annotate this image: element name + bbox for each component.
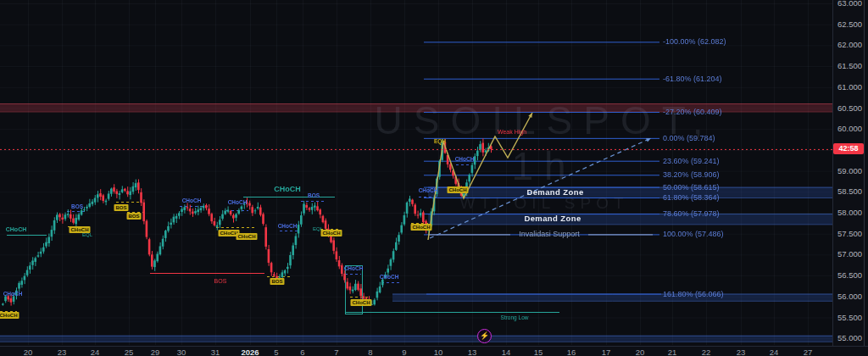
- bar-countdown-label: 42:58: [833, 143, 864, 154]
- structure-label-choch: CHoCH: [182, 198, 202, 204]
- fib-level-label[interactable]: 0.00% (59.784): [663, 134, 715, 142]
- time-tick: 2026: [241, 348, 259, 356]
- structure-label-choch: CHoCH: [380, 275, 399, 281]
- price-tick: 56.500: [837, 271, 862, 280]
- chart-window: USOILSPOT, 1h WTI OIL SPOT -100.00% (62.…: [0, 0, 868, 356]
- structure-label-choch: CHoCH: [351, 299, 372, 306]
- price-tick: 62.000: [837, 42, 862, 50]
- price-chart-canvas[interactable]: [0, 0, 868, 356]
- fib-level-label[interactable]: 78.60% (57.978): [663, 210, 720, 218]
- structure-label-choch: CHoCH: [236, 233, 258, 240]
- structure-label-bos: BOS: [71, 204, 83, 210]
- price-tick: 61.000: [837, 83, 862, 92]
- structure-label-choch: CHoCH: [344, 266, 364, 272]
- fib-level-label[interactable]: -27.20% (60.409): [663, 108, 722, 115]
- structure-label-choch: CHoCH: [278, 224, 298, 230]
- time-tick: 21: [668, 348, 677, 356]
- structure-label-bos: BOS: [214, 278, 227, 284]
- time-tick: 16: [567, 348, 576, 356]
- price-tick: 58.500: [837, 188, 862, 197]
- structure-label-choch: CHoCH: [411, 224, 432, 231]
- time-tick: 23: [737, 348, 746, 356]
- fib-level-label[interactable]: 61.80% (58.364): [663, 194, 720, 202]
- price-tick: 61.500: [837, 62, 862, 70]
- price-tick: 55.000: [837, 334, 862, 342]
- structure-label-strong-low: Strong Low: [501, 315, 529, 321]
- fib-level-label[interactable]: 23.60% (59.241): [663, 157, 720, 164]
- time-tick: 24: [770, 348, 779, 356]
- structure-label-bos: BOS: [270, 278, 284, 285]
- price-axis[interactable]: 63.00062.50062.00061.50061.00060.50060.0…: [832, 0, 868, 346]
- structure-label-choch: CHoCH: [6, 226, 27, 232]
- price-tick: 57.000: [837, 251, 862, 259]
- time-tick: 23: [58, 348, 67, 356]
- price-tick: 60.500: [837, 104, 862, 113]
- structure-label-eqh: EQH: [434, 139, 446, 145]
- price-axis-edge: [864, 0, 865, 346]
- time-tick: 22: [702, 348, 711, 356]
- time-tick: 10: [434, 348, 443, 356]
- structure-label-choch: CHoCH: [455, 157, 475, 163]
- time-tick: 17: [602, 348, 611, 356]
- time-tick: 15: [534, 348, 543, 356]
- structure-label-bos: BOS: [114, 204, 128, 211]
- time-tick: 30: [177, 348, 186, 356]
- price-tick: 60.000: [837, 125, 862, 133]
- time-tick: 20: [24, 348, 33, 356]
- time-tick: 25: [125, 348, 134, 356]
- structure-label-bos: BOS: [308, 193, 320, 199]
- structure-label-choch: CHoCH: [228, 200, 248, 206]
- structure-label-weak-high: Weak High: [498, 129, 526, 135]
- fib-level-label[interactable]: -100.00% (62.082): [663, 38, 726, 46]
- time-tick: 6: [300, 348, 304, 356]
- fib-level-label[interactable]: 38.20% (58.906): [663, 171, 720, 179]
- structure-label-choch: CHoCH: [3, 292, 23, 298]
- time-tick: 20: [636, 348, 645, 356]
- structure-label-choch: CHoCH: [0, 312, 19, 319]
- price-tick: 55.500: [837, 314, 862, 322]
- fib-level-label[interactable]: 100.00% (57.486): [663, 231, 724, 238]
- time-tick: 29: [151, 348, 160, 356]
- time-tick: 5: [274, 348, 278, 356]
- fib-level-label[interactable]: -61.80% (61.204): [663, 75, 722, 82]
- time-axis[interactable]: 2023242529303120265678910131415161720212…: [0, 346, 868, 356]
- structure-label-choch: CHoCH: [321, 230, 342, 236]
- price-tick: 63.000: [837, 0, 862, 8]
- structure-label-choch: CHoCH: [274, 186, 301, 193]
- time-tick: 14: [502, 348, 511, 356]
- demand-zone-label: Demand Zone: [526, 188, 583, 197]
- fib-level-label[interactable]: 50.00% (58.615): [663, 183, 720, 191]
- structure-label-bos: BOS: [126, 213, 141, 220]
- time-tick: 8: [368, 348, 372, 356]
- time-tick: 31: [211, 348, 220, 356]
- price-tick: 58.000: [837, 209, 862, 217]
- time-tick: 24: [91, 348, 100, 356]
- invalidation-support-label: Invalidasi Support: [519, 231, 580, 238]
- price-tick: 59.000: [837, 167, 862, 175]
- time-tick: 27: [804, 348, 813, 356]
- time-tick: 9: [402, 348, 406, 356]
- price-tick: 56.000: [837, 292, 862, 301]
- event-lightning-icon[interactable]: ⚡: [477, 329, 492, 343]
- demand-zone-label: Demand Zone: [524, 214, 581, 223]
- structure-label-choch: CHoCH: [448, 186, 469, 193]
- price-tick: 62.500: [837, 20, 862, 29]
- time-tick: 13: [468, 348, 477, 356]
- structure-label-choch: CHoCH: [419, 188, 438, 194]
- time-tick: 7: [334, 348, 338, 356]
- price-tick: 57.500: [837, 230, 862, 238]
- fib-level-label[interactable]: 161.80% (56.066): [663, 290, 724, 298]
- structure-label-eql: EQL: [82, 232, 92, 237]
